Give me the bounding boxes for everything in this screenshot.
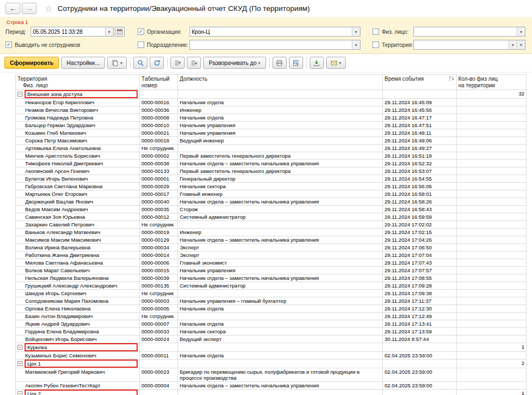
department-dropdown-button[interactable]: ▾: [352, 40, 360, 49]
employee-name: Ваньков Александр Матвеевич: [16, 229, 140, 236]
expand-to-button[interactable]: Разворачивать до ▾: [203, 57, 265, 69]
collapse-group-icon[interactable]: −: [17, 92, 22, 97]
period-dropdown-button[interactable]: ▾: [105, 27, 113, 36]
print-button[interactable]: [273, 57, 287, 69]
employee-row[interactable]: Шведов Игорь СергеевичНе сотрудник29.11.…: [16, 290, 527, 297]
collapse-groups-button[interactable]: [170, 57, 185, 69]
employee-row[interactable]: Работкина Жанна Дмитриевна0000-00014Эксп…: [16, 252, 527, 259]
settings-button[interactable]: Настройки...: [61, 57, 105, 69]
forward-button[interactable]: →: [22, 3, 37, 14]
department-label: Подразделение:: [147, 42, 190, 48]
organization-input[interactable]: [190, 27, 352, 36]
territory-checkbox[interactable]: [373, 41, 379, 48]
position: Начальник управления – главный бухгалтер: [178, 297, 383, 305]
employee-row[interactable]: Тимофеев Николай Дмитриевич0000-00038Нач…: [16, 160, 527, 167]
employee-row[interactable]: Козьмин Глеб Матвеевич0000-00021Начальни…: [16, 129, 527, 137]
period-input[interactable]: [31, 27, 105, 36]
generate-button-label: Сформировать: [10, 59, 54, 66]
employee-row[interactable]: Волина Ирина Валерьевна0000-00034Эксперт…: [16, 244, 527, 252]
collapse-group-icon[interactable]: −: [17, 361, 22, 366]
column-header-position[interactable]: Должность: [178, 75, 383, 90]
back-button[interactable]: ←: [5, 3, 20, 14]
personnel-number: 0000-00015: [140, 267, 178, 274]
organization-checkbox[interactable]: ✓: [138, 28, 144, 35]
employee-row[interactable]: Ведов Максим Андреевич0000-00035Сторож29…: [16, 206, 527, 213]
column-header-event-time[interactable]: Время события: [383, 75, 457, 90]
employee-row[interactable]: Нильская Людмила Валерьяновна0000-00039Н…: [16, 274, 527, 282]
non-employees-checkbox[interactable]: ✓: [5, 41, 12, 48]
employee-row[interactable]: Габровская Светлана Марковна0000-00029На…: [16, 183, 527, 190]
employee-row[interactable]: Матвиевский Григорий Маркович0000-00023Б…: [16, 368, 527, 382]
refresh-button[interactable]: [150, 57, 164, 69]
department-checkbox[interactable]: [138, 41, 144, 48]
department-input[interactable]: [190, 40, 352, 49]
employee-row[interactable]: Артемьева Елена АнатольевнаНе сотрудник2…: [16, 145, 527, 152]
save-button[interactable]: [310, 57, 324, 69]
person-input[interactable]: [414, 27, 517, 36]
employee-name: Солодовникова Мария Пахомовна: [16, 297, 140, 305]
employee-row[interactable]: Минчев Аристотель Борисович0000-00002Пер…: [16, 152, 527, 160]
count-header-line2: на территории: [458, 82, 524, 89]
employee-row[interactable]: Грушицкий Александр Александрович0000-00…: [16, 282, 527, 290]
territory-group-row[interactable]: −Внешная зона доступа32: [16, 90, 527, 99]
employee-row[interactable]: Солодовникова Мария Пахомовна0000-00003Н…: [16, 297, 527, 305]
employee-row[interactable]: Орлова Елена Николаевна0000-00005Начальн…: [16, 305, 527, 313]
event-time: 29.11.2024 17:08:55: [383, 274, 457, 282]
employee-name: Сорока Петр Максимович: [16, 137, 140, 145]
employee-name: Матвиевский Григорий Маркович: [16, 368, 140, 382]
employee-name: Булатов Игорь Виленович: [16, 175, 140, 183]
personnel-number: Не сотрудник: [140, 313, 178, 320]
report-variants-button[interactable]: ▾: [107, 57, 127, 69]
download-icon: [313, 59, 320, 67]
employee-row[interactable]: Савинская Зоя Юрьевна0000-00012Системный…: [16, 213, 527, 221]
employee-row[interactable]: Акопинский Арсен Гезевич0000-00133Первый…: [16, 167, 527, 175]
employee-row[interactable]: Мартынюк Олег Егорович0000-00017Главный …: [16, 190, 527, 198]
event-time: 29.11.2024 16:48:11: [383, 129, 457, 137]
employee-row[interactable]: Яцкив Андрей Эдуардович0000-00007Начальн…: [16, 320, 527, 328]
email-button[interactable]: ▾: [326, 57, 346, 69]
territory-group-row[interactable]: −Курилка1: [16, 343, 527, 352]
employee-row[interactable]: Бальцер Герман Эдуардович0000-00010Начал…: [16, 122, 527, 129]
territory-input[interactable]: [414, 40, 509, 49]
column-header-count[interactable]: Кол-во физ лиц на территории: [457, 75, 527, 90]
employee-row[interactable]: Милова Светлана Афанасьевна0000-00006Гла…: [16, 259, 527, 267]
empty-cell: [457, 175, 527, 183]
employee-row[interactable]: Гордина Елена Владимировна0000-00033Нача…: [16, 328, 527, 336]
collapse-group-icon[interactable]: −: [17, 391, 22, 395]
collapse-group-icon[interactable]: −: [17, 345, 22, 350]
employee-row[interactable]: Кузьминых Борис Семенович0000-00011Начал…: [16, 352, 527, 360]
employee-row[interactable]: Акопян Рубен ГезевичТестКарт0000-00004На…: [16, 382, 527, 390]
report-area: Территория Физ. лицо Табельный номер Дол…: [0, 73, 532, 395]
employee-row[interactable]: Громова Надежда Петровна0000-00008Началь…: [16, 114, 527, 122]
territory-group-row[interactable]: −Цех 21: [16, 390, 527, 395]
favorites-star-icon[interactable]: ☆: [45, 3, 52, 14]
territory-group-row[interactable]: −Цех 12: [16, 360, 527, 368]
column-header-territory[interactable]: Территория Физ. лицо: [16, 75, 140, 90]
empty-cell: [457, 206, 527, 213]
territory-label: Территория:: [382, 42, 413, 48]
employee-row[interactable]: Никаноров Егор Кириллович0000-00016Начал…: [16, 99, 527, 106]
employee-row[interactable]: Ваньков Александр Матвеевич0000-00019Инж…: [16, 229, 527, 236]
event-time: 29.11.2024 17:11:37: [383, 297, 457, 305]
employee-row[interactable]: Захаркин Савелий ПетровичНе сотрудник29.…: [16, 221, 527, 229]
employee-row[interactable]: Дворжецкий Вацлав Янович0000-00040Началь…: [16, 198, 527, 206]
person-checkbox[interactable]: [373, 28, 379, 35]
column-header-personnel-number[interactable]: Табельный номер: [140, 75, 178, 90]
generate-button[interactable]: Сформировать: [4, 57, 59, 69]
territory-dropdown-button[interactable]: ▾: [509, 40, 517, 49]
personnel-number: 0000-00033: [140, 328, 178, 336]
print-preview-button[interactable]: [289, 57, 303, 69]
employee-row[interactable]: Максимов Максим Максимович0000-00129Нача…: [16, 236, 527, 244]
employee-row[interactable]: Булатов Игорь Виленович0000-00001Генерал…: [16, 175, 527, 183]
employee-row[interactable]: Войцехович Игорь Борисович0000-00024Веду…: [16, 336, 527, 343]
period-calendar-button[interactable]: [115, 27, 125, 37]
search-button[interactable]: [133, 57, 147, 69]
organization-dropdown-button[interactable]: ▾: [352, 27, 360, 36]
territory-clear-button[interactable]: ×: [517, 40, 525, 49]
employee-row[interactable]: Волков Марат Савельевич0000-00015Начальн…: [16, 267, 527, 274]
employee-row[interactable]: Неамов Вячеслав Викторович0000-00036Инже…: [16, 106, 527, 114]
employee-row[interactable]: Сорока Петр Максимович0000-00018Ведущий …: [16, 137, 527, 145]
expand-groups-button[interactable]: [187, 57, 201, 69]
person-dropdown-button[interactable]: ▾: [517, 27, 525, 36]
employee-row[interactable]: Базин Антон ВладимировичНе сотрудник29.1…: [16, 313, 527, 320]
